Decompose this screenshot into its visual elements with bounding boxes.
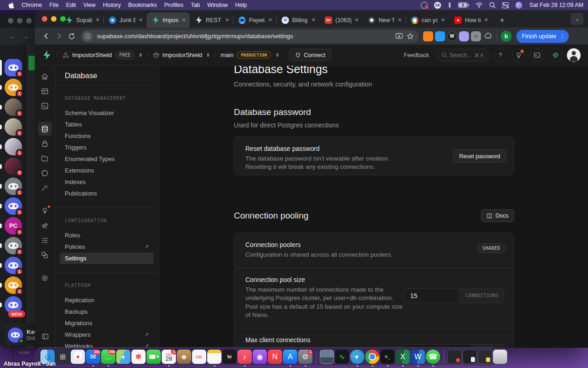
tab-close-icon[interactable]: ✕ <box>96 17 100 23</box>
nav-item[interactable]: Triggers <box>60 142 154 153</box>
menu-item[interactable]: View <box>83 2 96 8</box>
dock-item[interactable] <box>207 347 222 366</box>
user-avatar[interactable] <box>567 48 581 62</box>
tab-close-icon[interactable]: ✕ <box>268 17 272 23</box>
storage-icon[interactable] <box>38 151 52 165</box>
xlsx-file-icon[interactable]: XLSX <box>14 343 35 362</box>
table-editor-icon[interactable] <box>38 84 52 98</box>
diamond-button[interactable] <box>548 48 562 62</box>
browser-tab[interactable]: Imposto ✕ <box>147 12 190 28</box>
browser-tab[interactable]: Supaba ✕ <box>60 12 103 28</box>
dock-item[interactable]: ✽ <box>131 347 146 366</box>
menu-item[interactable]: History <box>103 2 121 8</box>
tab-close-icon[interactable]: ✕ <box>311 17 316 23</box>
nav-item[interactable]: Policies ↗ <box>60 241 154 253</box>
spotlight-icon[interactable] <box>489 2 496 8</box>
browser-tab[interactable]: 1k+ (1063) ✕ <box>319 12 362 28</box>
discord-server[interactable]: 1 <box>0 137 27 156</box>
dock-item[interactable]: FEB 28 1 <box>161 347 176 366</box>
dock-item[interactable]: X <box>395 347 410 366</box>
nav-item[interactable]: Migrations <box>60 317 154 329</box>
discord-server[interactable]: 1 <box>0 97 27 117</box>
address-bar[interactable]: supabase.com/dashboard/project/uhivnbfjg… <box>81 30 418 43</box>
tab-search-button[interactable]: ⌄ <box>571 13 583 25</box>
dock-item[interactable]: ☎ <box>425 347 441 366</box>
branch-breadcrumb[interactable]: main PRODUCTION <box>220 51 278 59</box>
w-extension-icon[interactable]: W <box>447 31 457 41</box>
close-window-button[interactable] <box>42 16 47 22</box>
menu-item[interactable]: Profiles <box>164 2 183 8</box>
dock-item[interactable]: ➤ <box>350 347 365 366</box>
help-button[interactable]: ? <box>493 48 507 62</box>
dock-item[interactable] <box>462 347 477 366</box>
tab-close-icon[interactable]: ✕ <box>398 17 402 23</box>
project-switcher-icon[interactable] <box>207 53 209 57</box>
dock-item[interactable] <box>146 347 161 366</box>
dock-item[interactable]: … 348 <box>101 347 116 366</box>
discord-server[interactable]: 1 <box>0 196 27 216</box>
org-switcher-icon[interactable] <box>139 53 142 57</box>
sql-editor-icon[interactable] <box>38 99 52 113</box>
siri-icon[interactable] <box>515 2 522 9</box>
dock-item[interactable]: W <box>410 347 425 366</box>
feedback-button[interactable]: Feedback <box>404 52 429 58</box>
cli-button[interactable] <box>530 48 544 62</box>
nav-item[interactable]: Tables <box>60 119 154 130</box>
notifications-button[interactable] <box>512 48 526 62</box>
nav-item[interactable]: Enumerated Types <box>60 153 154 165</box>
dock-item[interactable]: ≔ <box>192 347 207 366</box>
dock-item[interactable]: N <box>267 347 283 366</box>
dock-item[interactable] <box>492 347 508 366</box>
metamask-extension-icon[interactable] <box>423 31 433 41</box>
search-input[interactable]: Search... ⌘ K <box>436 49 489 62</box>
project-settings-icon[interactable] <box>38 271 52 285</box>
nav-item[interactable]: Functions <box>60 130 154 142</box>
badge-18-icon[interactable]: 18 <box>434 2 441 9</box>
nav-item[interactable]: Webhooks ↗ <box>60 340 154 348</box>
dock-item[interactable]: ⚙ 1 <box>298 347 313 366</box>
realtime-icon[interactable] <box>38 181 52 195</box>
nav-item[interactable]: Extensions <box>60 165 154 176</box>
profile-avatar[interactable]: b <box>501 31 512 42</box>
dock-item[interactable] <box>319 347 334 366</box>
menu-item[interactable]: Edit <box>66 2 76 8</box>
battery-icon[interactable] <box>458 2 469 8</box>
discord-server[interactable]: 1 <box>0 117 27 137</box>
tab-close-icon[interactable]: ✕ <box>484 17 488 23</box>
tab-close-icon[interactable]: ✕ <box>225 17 229 23</box>
browser-tab[interactable]: How to ✕ <box>449 12 492 28</box>
dock-item[interactable]: ◉ <box>252 347 267 366</box>
back-icon[interactable]: ← <box>9 32 16 40</box>
apple-menu-icon[interactable] <box>8 2 14 9</box>
discord-user-panel[interactable]: Ket Onlin <box>5 324 35 346</box>
database-icon[interactable] <box>38 122 52 136</box>
new-tab-button[interactable]: + <box>497 15 508 26</box>
tab-close-icon[interactable]: ✕ <box>441 17 445 23</box>
bluetooth-icon[interactable] <box>447 2 452 8</box>
menu-bar-clock[interactable]: Sat Feb 28 12:09 AM <box>530 2 583 8</box>
control-center-icon[interactable] <box>502 2 509 8</box>
browser-tab[interactable]: Billing ✕ <box>276 12 319 28</box>
discord-server[interactable]: 1 <box>0 77 27 97</box>
blue-extension-icon[interactable] <box>435 31 445 41</box>
menu-item[interactable]: Bookmarks <box>128 2 157 8</box>
org-breadcrumb[interactable]: ImpostorShield FREE <box>62 51 142 59</box>
dock-item[interactable]: ☻ <box>176 347 192 366</box>
dock-item[interactable]: tv <box>222 347 237 366</box>
browser-tab[interactable]: Paywiz ✕ <box>233 12 276 28</box>
dock-item[interactable] <box>477 347 492 366</box>
logs-icon[interactable] <box>38 233 52 247</box>
site-info-icon[interactable] <box>83 31 93 41</box>
nav-item[interactable]: Settings <box>60 253 154 264</box>
api-docs-icon[interactable] <box>38 248 52 262</box>
discord-server[interactable]: PC 1 <box>0 216 27 236</box>
menu-item[interactable]: Chrome <box>22 2 42 8</box>
branch-switcher-icon[interactable] <box>276 53 279 57</box>
pool-size-input[interactable]: 15 CONNECTIONS <box>404 288 504 303</box>
inactive-traffic-lights[interactable] <box>8 18 32 23</box>
menu-item[interactable]: Help <box>235 2 247 8</box>
telescope-icon[interactable] <box>38 218 52 232</box>
nav-item[interactable]: Schema Visualizer <box>60 107 154 119</box>
extensions-puzzle-icon[interactable] <box>483 31 493 41</box>
connect-button[interactable]: Connect <box>289 49 332 61</box>
